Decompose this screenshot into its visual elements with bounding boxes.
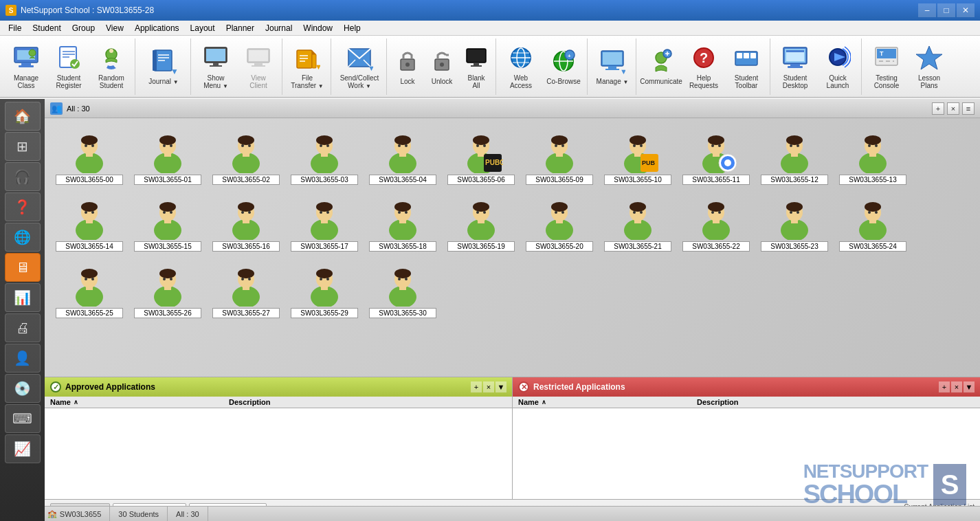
student-item[interactable]: SW03L3655-18 — [365, 192, 441, 256]
student-item[interactable]: SW03L3655-20 — [522, 192, 597, 256]
sidebar-printer-button[interactable]: 🖨 — [5, 313, 41, 342]
student-item[interactable]: SW03L3655-09 — [522, 125, 597, 189]
student-item[interactable]: SW03L3655-22 — [678, 192, 754, 256]
menu-applications[interactable]: Applications — [129, 22, 185, 34]
student-item[interactable]: SW03L3655-24 — [835, 192, 911, 256]
show-menu-button[interactable]: ShowMenu ▼ — [195, 40, 236, 93]
approved-expand-button[interactable]: ▼ — [495, 381, 506, 392]
student-item[interactable]: SW03L3655-16 — [208, 192, 284, 256]
student-avatar — [302, 196, 346, 240]
class-panel-add-button[interactable]: + — [932, 102, 944, 115]
restricted-add-button[interactable]: + — [939, 381, 950, 392]
student-item[interactable]: SW03L3655-17 — [287, 192, 362, 256]
send-collect-button[interactable]: ▼ Send/CollectWork ▼ — [335, 40, 383, 93]
student-item[interactable]: SW03L3655-03 — [287, 125, 362, 189]
student-item[interactable]: PUBGSW03L3655-06 — [443, 125, 519, 189]
web-access-button[interactable]: WebAccess — [500, 40, 542, 93]
journal-button[interactable]: ▼ Journal ▼ — [140, 40, 188, 93]
restricted-expand-button[interactable]: ▼ — [964, 381, 975, 392]
sidebar-globe-button[interactable]: 🌐 — [5, 223, 41, 252]
sidebar-keyboard-button[interactable]: ⌨ — [5, 404, 41, 433]
restricted-sort-arrow[interactable]: ∧ — [542, 399, 546, 406]
menu-planner[interactable]: Planner — [221, 22, 260, 34]
sidebar-home-button[interactable]: 🏠 — [5, 102, 41, 131]
approved-applications-panel: ✓ Approved Applications + × ▼ Name ∧ — [45, 377, 513, 499]
svg-point-203 — [633, 211, 636, 214]
svg-point-214 — [786, 202, 803, 212]
sidebar-screen-button[interactable]: 🖥 — [5, 253, 41, 282]
menu-view[interactable]: View — [100, 22, 129, 34]
student-desktop-button[interactable]: StudentDesktop — [775, 40, 816, 93]
student-toolbar-button[interactable]: StudentToolbar — [726, 40, 767, 93]
view-client-button[interactable]: ViewClient — [238, 40, 279, 93]
svg-point-210 — [718, 211, 721, 214]
menu-window[interactable]: Window — [298, 22, 338, 34]
menu-layout[interactable]: Layout — [185, 22, 221, 34]
status-all-count: All : 30 — [176, 510, 199, 518]
sidebar-help-button[interactable]: ❓ — [5, 192, 41, 221]
approved-add-button[interactable]: + — [471, 381, 482, 392]
student-item[interactable]: SW03L3655-23 — [757, 192, 832, 256]
menu-journal[interactable]: Journal — [260, 22, 298, 34]
sidebar-headphones-button[interactable]: 🎧 — [5, 162, 41, 191]
student-item[interactable]: SW03L3655-13 — [835, 125, 911, 189]
menu-help[interactable]: Help — [338, 22, 366, 34]
student-item[interactable]: PUBSW03L3655-10 — [600, 125, 676, 189]
sidebar-chart-button[interactable]: 📊 — [5, 283, 41, 312]
svg-point-100 — [241, 144, 244, 147]
menu-group[interactable]: Group — [67, 22, 100, 34]
sidebar-user-button[interactable]: 👤 — [5, 344, 41, 373]
student-item[interactable]: SW03L3655-04 — [365, 125, 441, 189]
class-panel-expand-button[interactable]: ≡ — [962, 102, 975, 115]
random-student-button[interactable]: Random Student — [91, 40, 132, 93]
sidebar-trend-button[interactable]: 📈 — [5, 434, 41, 463]
restricted-remove-button[interactable]: × — [951, 381, 962, 392]
sidebar-disc-button[interactable]: 💿 — [5, 374, 41, 403]
svg-rect-24 — [254, 63, 263, 65]
student-register-button[interactable]: Student Register — [48, 40, 89, 93]
manage-button[interactable]: ▼ Manage ▼ — [592, 40, 633, 93]
svg-point-173 — [241, 211, 244, 214]
approved-sort-arrow[interactable]: ∧ — [74, 399, 78, 406]
student-item[interactable]: SW03L3655-11 — [678, 125, 754, 189]
co-browse-button[interactable]: + Co-Browse — [543, 40, 584, 93]
student-item[interactable]: SW03L3655-21 — [600, 192, 676, 256]
student-avatar — [381, 263, 425, 307]
svg-point-174 — [248, 211, 251, 214]
student-avatar — [616, 196, 660, 240]
help-requests-button[interactable]: ? HelpRequests — [683, 40, 724, 93]
menu-student[interactable]: Student — [27, 22, 66, 34]
lesson-plans-button[interactable]: LessonPlans — [909, 40, 950, 93]
student-item[interactable]: SW03L3655-00 — [52, 125, 127, 189]
testing-console-button[interactable]: T TestingConsole — [866, 40, 907, 93]
quick-launch-button[interactable]: QuickLaunch — [817, 40, 858, 93]
svg-rect-19 — [206, 49, 225, 61]
student-item[interactable]: SW03L3655-12 — [757, 125, 832, 189]
student-item[interactable]: SW03L3655-25 — [52, 258, 127, 322]
class-panel-close-button[interactable]: × — [947, 102, 959, 115]
student-name: SW03L3655-21 — [604, 241, 671, 252]
maximize-button[interactable]: □ — [937, 3, 955, 17]
blank-all-button[interactable]: BlankAll — [460, 40, 493, 93]
student-item[interactable]: SW03L3655-14 — [52, 192, 127, 256]
student-item[interactable]: SW03L3655-02 — [208, 125, 284, 189]
student-item[interactable]: SW03L3655-19 — [443, 192, 519, 256]
approved-remove-button[interactable]: × — [483, 381, 494, 392]
student-item[interactable]: SW03L3655-26 — [130, 258, 205, 322]
student-item[interactable]: SW03L3655-01 — [130, 125, 205, 189]
file-transfer-button[interactable]: ▼ FileTransfer ▼ — [287, 40, 328, 93]
manage-class-button[interactable]: Manage Class — [5, 40, 47, 93]
communicate-button[interactable]: Communicate — [641, 40, 682, 93]
student-item[interactable]: SW03L3655-27 — [208, 258, 284, 322]
svg-point-141 — [718, 144, 721, 147]
menu-file[interactable]: File — [3, 22, 27, 34]
student-item[interactable]: SW03L3655-30 — [365, 258, 441, 322]
minimize-button[interactable]: – — [918, 3, 936, 17]
unlock-button[interactable]: Unlock — [425, 40, 458, 93]
lock-button[interactable]: Lock — [391, 40, 424, 93]
student-item[interactable]: SW03L3655-15 — [130, 192, 205, 256]
student-item[interactable]: SW03L3655-29 — [287, 258, 362, 322]
svg-point-232 — [159, 269, 176, 278]
sidebar-grid-button[interactable]: ⊞ — [5, 132, 41, 161]
close-button[interactable]: ✕ — [957, 3, 975, 17]
